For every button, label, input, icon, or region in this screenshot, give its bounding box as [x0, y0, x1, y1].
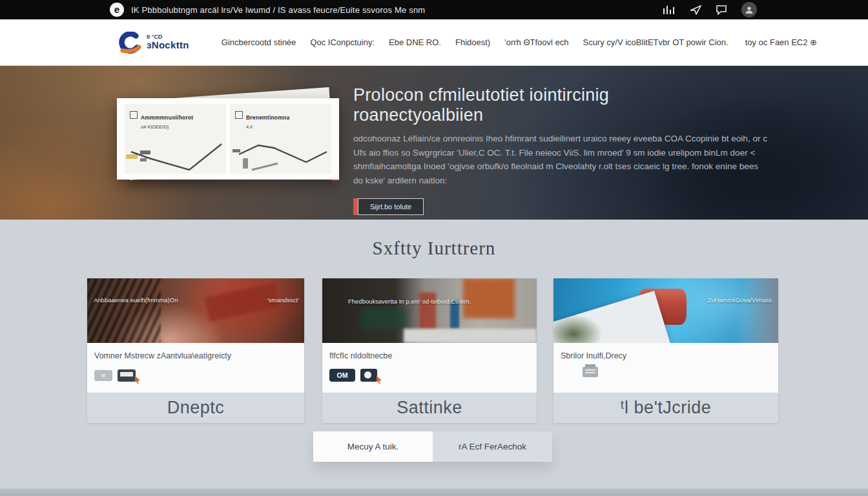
- card2-meta: flfcfIc nIdoltnecbe: [329, 351, 537, 360]
- card1-icons: [94, 367, 304, 384]
- logo-line2: ɜNockttn: [147, 40, 189, 50]
- badge-icon[interactable]: [94, 370, 112, 381]
- nav-item-2[interactable]: Ebe DNE RO.: [389, 37, 441, 47]
- card1-footer: Dneptc: [87, 393, 304, 423]
- hero-title: Prolocon cfmileutotiet iointircinig roan…: [353, 85, 734, 125]
- card3-body: Sbrilor Inulfi,Drecy: [553, 343, 778, 393]
- document-preview-2: Brenemtinomna 4.il: [230, 104, 331, 174]
- footer-strip: [0, 488, 868, 496]
- doc1-title: Ammmmnuoiihorot: [141, 114, 193, 121]
- doc1-subtitle: o# KIGEEID): [141, 124, 193, 130]
- tab-mecuy[interactable]: Mecuy A tuik.: [313, 431, 433, 462]
- nav-item-5[interactable]: Scury cy/V icoBlitE: [583, 37, 653, 47]
- card3-meta: Sbrilor Inulfi,Drecy: [561, 351, 778, 360]
- nav-item-0[interactable]: Gincbercootd stinée: [222, 37, 296, 47]
- site-logo[interactable]: II ᐟCD ɜNockttn: [117, 32, 189, 54]
- card2-overlay: Fhedbouksavertta In p,em' od-teibosbEssk…: [348, 298, 471, 305]
- card3-image: ZuHammliGova/Vimass: [553, 278, 778, 343]
- card2-body: flfcfIc nIdoltnecbe OM: [322, 343, 537, 393]
- logo-text: II ᐟCD ɜNockttn: [147, 34, 189, 50]
- topbar: e IK Pbbbolubtngm arcál lrs/Ve lwumd / I…: [0, 0, 868, 19]
- card1-image: Anbbaaenea euelh(fmmma)On 'smandssct': [87, 278, 304, 343]
- nav-item-1[interactable]: Qoc IConpctuiny:: [310, 37, 375, 47]
- card2-footer: Sattinke: [322, 393, 537, 423]
- card1-title: Dneptc: [167, 398, 225, 418]
- stats-icon[interactable]: [663, 5, 676, 15]
- document-icon: [235, 111, 243, 119]
- nav-item-4[interactable]: 'orrh ΘTfoovl ech: [504, 37, 568, 47]
- hero-line-1: Ufs aio ffios so Swgrgricar 'Ulier,C OC.…: [353, 146, 734, 160]
- main-navbar: II ᐟCD ɜNockttn Gincbercootd stinée Qoc …: [0, 19, 868, 66]
- card3-title: ᵗl be'tJcride: [621, 398, 712, 418]
- doc2-subtitle: 4.il: [246, 124, 289, 130]
- card2-icons: OM: [329, 367, 537, 384]
- section-title: Sxftty Iurttrern: [0, 220, 868, 259]
- topbar-brand-text: IK Pbbbolubtngm arcál lrs/Ve lwumd / IS …: [131, 5, 425, 15]
- card2-image-counter: [404, 329, 537, 343]
- document-icon: [130, 111, 138, 119]
- page: e IK Pbbbolubtngm arcál lrs/Ve lwumd / I…: [0, 0, 868, 496]
- card3-overlay: ZuHammliGova/Vimass: [707, 296, 772, 304]
- card-jcride[interactable]: ZuHammliGova/Vimass Sbrilor Inulfi,Drecy…: [553, 278, 778, 423]
- card1-body: Vomner Mstrecw zAantvlua\eatigreicty: [87, 343, 304, 393]
- card-dneptc[interactable]: Anbbaaenea euelh(fmmma)On 'smandssct' Vo…: [87, 278, 304, 423]
- hero-line-0: odcohoonaz Léfiain/ce onnreoinis Iheo hf…: [353, 132, 734, 146]
- hero-cta-button[interactable]: Sijrt.bo tolute: [358, 198, 424, 215]
- card1-overlay-left: Anbbaaenea euelh(fmmma)On: [94, 296, 178, 304]
- cta-red-accent: [353, 198, 358, 215]
- nav-right: Tvbr OT powir Cion. toy oc Faen EC2 ⊕: [654, 37, 817, 47]
- topbar-logo-icon[interactable]: e: [110, 3, 124, 17]
- cursor-click-icon: [376, 376, 382, 384]
- logo-mark-icon: [117, 32, 141, 54]
- doc2-title: Brenemtinomna: [246, 114, 289, 121]
- printer-icon[interactable]: [583, 367, 598, 377]
- card2-title: Sattinke: [397, 398, 462, 418]
- chat-icon[interactable]: [716, 5, 727, 15]
- laptop-icon[interactable]: [118, 369, 136, 382]
- hero-cta-wrap: Sijrt.bo tolute: [353, 198, 424, 215]
- card3-icons: [561, 367, 778, 377]
- content-section: Sxftty Iurttrern Anbbaaenea euelh(fmmma)…: [0, 220, 868, 496]
- cursor-click-icon: [134, 376, 141, 384]
- document-preview-1: Ammmmnuoiihorot o# KIGEEID): [125, 104, 226, 174]
- nav-right-secondary[interactable]: toy oc Faen EC2 ⊕: [745, 37, 817, 47]
- card1-meta: Vomner Mstrecw zAantvlua\eatigreicty: [94, 351, 304, 360]
- card2-image-window-glow: [361, 308, 406, 330]
- avatar-icon[interactable]: [741, 2, 757, 17]
- card-sattinke[interactable]: Fhedbouksavertta In p,em' od-teibosbEssk…: [322, 278, 537, 423]
- card2-image: Fhedbouksavertta In p,em' od-teibosbEssk…: [322, 278, 537, 343]
- nav-links: Gincbercootd stinée Qoc IConpctuiny: Ebe…: [222, 37, 654, 47]
- hero-line-2: shmfiaihcamoltga Inoed 'ogjvse orbufk/o …: [353, 160, 734, 174]
- card1-image-machinery: [87, 278, 161, 343]
- hero-line-3: do kske' ardilern naitlon:: [353, 174, 734, 188]
- topbar-icons: [663, 2, 757, 17]
- nav-item-3[interactable]: Fhidoest): [455, 37, 490, 47]
- send-icon[interactable]: [690, 5, 701, 15]
- bottom-tabs: Mecuy A tuik. rA Ecf FerAechok: [313, 431, 552, 462]
- card3-image-person: [745, 278, 778, 343]
- camera-icon[interactable]: [360, 369, 377, 382]
- card3-footer: ᵗl be'tJcride: [553, 393, 778, 423]
- doc1-chart-sketch: [125, 132, 226, 172]
- tab-feraechok[interactable]: rA Ecf FerAechok: [433, 431, 552, 462]
- hero-content: Prolocon cfmileutotiet iointircinig roan…: [353, 85, 734, 215]
- hero-section: Ammmmnuoiihorot o# KIGEEID) Brenemtinomn…: [0, 66, 868, 220]
- doc2-chart-sketch: [230, 132, 331, 172]
- nav-right-primary[interactable]: Tvbr OT powir Cion.: [654, 37, 728, 47]
- card1-overlay-right: 'smandssct': [267, 296, 299, 304]
- om-badge-icon[interactable]: OM: [329, 369, 355, 382]
- hero-paragraph: odcohoonaz Léfiain/ce onnreoinis Iheo hf…: [353, 132, 734, 187]
- hero-documents-image: Ammmmnuoiihorot o# KIGEEID) Brenemtinomn…: [117, 98, 339, 180]
- cards-row: Anbbaaenea euelh(fmmma)On 'smandssct' Vo…: [87, 278, 778, 423]
